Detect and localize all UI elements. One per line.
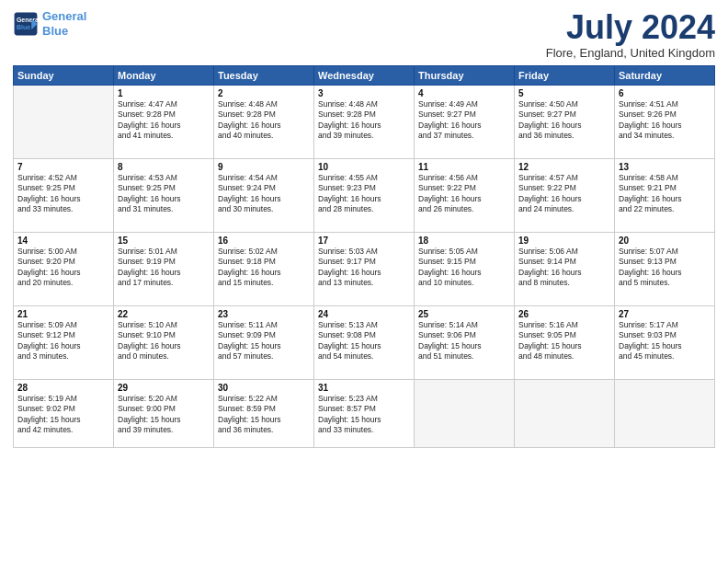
day-info: Sunrise: 4:51 AM Sunset: 9:26 PM Dayligh… [619, 99, 711, 142]
calendar-cell: 1Sunrise: 4:47 AM Sunset: 9:28 PM Daylig… [114, 85, 214, 158]
day-number: 20 [619, 236, 711, 246]
calendar-cell: 24Sunrise: 5:13 AM Sunset: 9:08 PM Dayli… [314, 305, 415, 379]
day-number: 17 [318, 236, 410, 246]
day-info: Sunrise: 4:50 AM Sunset: 9:27 PM Dayligh… [518, 99, 610, 142]
day-info: Sunrise: 5:17 AM Sunset: 9:03 PM Dayligh… [619, 320, 711, 362]
calendar-week-1: 1Sunrise: 4:47 AM Sunset: 9:28 PM Daylig… [14, 85, 715, 158]
calendar-week-3: 14Sunrise: 5:00 AM Sunset: 9:20 PM Dayli… [14, 232, 715, 305]
day-info: Sunrise: 5:02 AM Sunset: 9:18 PM Dayligh… [218, 247, 310, 289]
header: General Blue General Blue July 2024 Flor… [13, 9, 715, 60]
day-info: Sunrise: 5:11 AM Sunset: 9:09 PM Dayligh… [218, 320, 310, 362]
month-title: July 2024 [546, 9, 715, 46]
day-info: Sunrise: 4:53 AM Sunset: 9:25 PM Dayligh… [118, 173, 210, 215]
day-info: Sunrise: 4:55 AM Sunset: 9:23 PM Dayligh… [318, 173, 410, 215]
day-number: 2 [218, 88, 310, 98]
calendar-cell: 15Sunrise: 5:01 AM Sunset: 9:19 PM Dayli… [114, 232, 214, 305]
day-info: Sunrise: 4:49 AM Sunset: 9:27 PM Dayligh… [418, 99, 510, 142]
calendar-cell: 13Sunrise: 4:58 AM Sunset: 9:21 PM Dayli… [615, 158, 715, 232]
calendar-table: SundayMondayTuesdayWednesdayThursdayFrid… [13, 65, 715, 448]
calendar-cell: 9Sunrise: 4:54 AM Sunset: 9:24 PM Daylig… [214, 158, 314, 232]
calendar-cell: 27Sunrise: 5:17 AM Sunset: 9:03 PM Dayli… [615, 305, 715, 379]
weekday-header-saturday: Saturday [615, 65, 715, 85]
day-number: 14 [17, 236, 109, 246]
day-info: Sunrise: 5:06 AM Sunset: 9:14 PM Dayligh… [518, 247, 610, 289]
day-number: 28 [17, 383, 109, 393]
calendar-cell: 31Sunrise: 5:23 AM Sunset: 8:57 PM Dayli… [314, 379, 415, 447]
day-info: Sunrise: 5:10 AM Sunset: 9:10 PM Dayligh… [118, 320, 210, 362]
calendar-cell [515, 379, 615, 447]
calendar-week-5: 28Sunrise: 5:19 AM Sunset: 9:02 PM Dayli… [14, 379, 715, 447]
logo: General Blue General Blue [13, 9, 86, 38]
day-number: 12 [518, 162, 610, 172]
day-number: 27 [619, 309, 711, 319]
calendar-cell: 16Sunrise: 5:02 AM Sunset: 9:18 PM Dayli… [214, 232, 314, 305]
calendar-cell: 28Sunrise: 5:19 AM Sunset: 9:02 PM Dayli… [14, 379, 114, 447]
day-number: 7 [17, 162, 109, 172]
calendar-cell: 4Sunrise: 4:49 AM Sunset: 9:27 PM Daylig… [415, 85, 515, 158]
weekday-header-monday: Monday [114, 65, 214, 85]
day-info: Sunrise: 5:00 AM Sunset: 9:20 PM Dayligh… [17, 247, 109, 289]
calendar-cell: 21Sunrise: 5:09 AM Sunset: 9:12 PM Dayli… [14, 305, 114, 379]
day-number: 26 [518, 309, 610, 319]
day-number: 22 [118, 309, 210, 319]
day-info: Sunrise: 5:23 AM Sunset: 8:57 PM Dayligh… [318, 394, 410, 436]
location: Flore, England, United Kingdom [546, 46, 715, 60]
calendar-cell: 11Sunrise: 4:56 AM Sunset: 9:22 PM Dayli… [415, 158, 515, 232]
day-number: 19 [518, 236, 610, 246]
day-number: 4 [418, 88, 510, 98]
day-info: Sunrise: 4:47 AM Sunset: 9:28 PM Dayligh… [118, 99, 210, 142]
calendar-cell: 19Sunrise: 5:06 AM Sunset: 9:14 PM Dayli… [515, 232, 615, 305]
day-info: Sunrise: 5:07 AM Sunset: 9:13 PM Dayligh… [619, 247, 711, 289]
day-number: 6 [619, 88, 711, 98]
day-number: 29 [118, 383, 210, 393]
calendar-body: 1Sunrise: 4:47 AM Sunset: 9:28 PM Daylig… [14, 85, 715, 447]
day-info: Sunrise: 5:01 AM Sunset: 9:19 PM Dayligh… [118, 247, 210, 289]
calendar-cell: 6Sunrise: 4:51 AM Sunset: 9:26 PM Daylig… [615, 85, 715, 158]
calendar-cell: 3Sunrise: 4:48 AM Sunset: 9:28 PM Daylig… [314, 85, 415, 158]
day-info: Sunrise: 4:57 AM Sunset: 9:22 PM Dayligh… [518, 173, 610, 215]
day-number: 15 [118, 236, 210, 246]
day-number: 18 [418, 236, 510, 246]
calendar-header: SundayMondayTuesdayWednesdayThursdayFrid… [14, 65, 715, 85]
calendar-cell: 30Sunrise: 5:22 AM Sunset: 8:59 PM Dayli… [214, 379, 314, 447]
day-info: Sunrise: 5:03 AM Sunset: 9:17 PM Dayligh… [318, 247, 410, 289]
calendar-cell: 10Sunrise: 4:55 AM Sunset: 9:23 PM Dayli… [314, 158, 415, 232]
day-number: 31 [318, 383, 410, 393]
logo-icon: General Blue [13, 11, 39, 37]
calendar-cell: 23Sunrise: 5:11 AM Sunset: 9:09 PM Dayli… [214, 305, 314, 379]
title-block: July 2024 Flore, England, United Kingdom [546, 9, 715, 60]
day-info: Sunrise: 5:14 AM Sunset: 9:06 PM Dayligh… [418, 320, 510, 362]
day-number: 3 [318, 88, 410, 98]
weekday-header-friday: Friday [515, 65, 615, 85]
calendar-cell: 18Sunrise: 5:05 AM Sunset: 9:15 PM Dayli… [415, 232, 515, 305]
day-info: Sunrise: 4:58 AM Sunset: 9:21 PM Dayligh… [619, 173, 711, 215]
day-info: Sunrise: 5:19 AM Sunset: 9:02 PM Dayligh… [17, 394, 109, 436]
weekday-header-sunday: Sunday [14, 65, 114, 85]
logo-line2: Blue [42, 24, 68, 38]
calendar-cell: 26Sunrise: 5:16 AM Sunset: 9:05 PM Dayli… [515, 305, 615, 379]
calendar-cell: 25Sunrise: 5:14 AM Sunset: 9:06 PM Dayli… [415, 305, 515, 379]
day-number: 1 [118, 88, 210, 98]
day-number: 21 [17, 309, 109, 319]
logo-text: General Blue [42, 9, 86, 38]
calendar-cell: 12Sunrise: 4:57 AM Sunset: 9:22 PM Dayli… [515, 158, 615, 232]
weekday-header-tuesday: Tuesday [214, 65, 314, 85]
day-info: Sunrise: 5:09 AM Sunset: 9:12 PM Dayligh… [17, 320, 109, 362]
day-number: 8 [118, 162, 210, 172]
calendar-cell: 22Sunrise: 5:10 AM Sunset: 9:10 PM Dayli… [114, 305, 214, 379]
day-info: Sunrise: 5:22 AM Sunset: 8:59 PM Dayligh… [218, 394, 310, 436]
calendar-cell [415, 379, 515, 447]
calendar-cell: 5Sunrise: 4:50 AM Sunset: 9:27 PM Daylig… [515, 85, 615, 158]
day-number: 25 [418, 309, 510, 319]
calendar-cell: 17Sunrise: 5:03 AM Sunset: 9:17 PM Dayli… [314, 232, 415, 305]
day-number: 16 [218, 236, 310, 246]
day-number: 24 [318, 309, 410, 319]
day-info: Sunrise: 5:05 AM Sunset: 9:15 PM Dayligh… [418, 247, 510, 289]
day-number: 9 [218, 162, 310, 172]
day-info: Sunrise: 4:56 AM Sunset: 9:22 PM Dayligh… [418, 173, 510, 215]
day-number: 11 [418, 162, 510, 172]
day-info: Sunrise: 5:20 AM Sunset: 9:00 PM Dayligh… [118, 394, 210, 436]
day-number: 13 [619, 162, 711, 172]
calendar-cell: 29Sunrise: 5:20 AM Sunset: 9:00 PM Dayli… [114, 379, 214, 447]
weekday-header-wednesday: Wednesday [314, 65, 415, 85]
